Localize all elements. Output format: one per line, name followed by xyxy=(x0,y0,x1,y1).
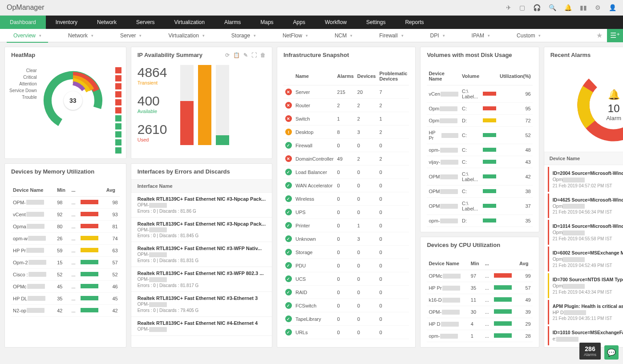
delete-icon[interactable]: 🗑 xyxy=(260,52,266,58)
memory-row[interactable]: OPMc45...46 xyxy=(11,280,120,292)
alarms-title: Recent Alarms xyxy=(550,52,591,58)
infra-row[interactable]: ✓RAID000 xyxy=(283,286,409,299)
nav-virtualization[interactable]: Virtualization xyxy=(164,16,214,29)
infra-row[interactable]: ✓Printer010 xyxy=(283,219,409,232)
nav-alarms[interactable]: Alarms xyxy=(214,16,251,29)
memory-row[interactable]: vCent92...93 xyxy=(11,208,120,220)
alarm-row[interactable]: ID=2004 Source=Microsoft-Windows-Resourc… xyxy=(548,167,623,192)
cpu-row[interactable]: k16-D11...49 xyxy=(427,294,532,306)
infra-title: Infrastructure Snapshot xyxy=(283,52,349,58)
volume-row[interactable]: OpmD:72 xyxy=(427,115,532,127)
volume-row[interactable]: OPMC:\ Label...42 xyxy=(427,168,532,186)
memory-row[interactable]: Opm-215...57 xyxy=(11,256,120,268)
user-icon[interactable]: 👤 xyxy=(609,4,616,11)
search-icon[interactable]: 🔍 xyxy=(549,4,556,11)
infra-row[interactable]: ✓Wireless000 xyxy=(283,192,409,206)
volume-row[interactable]: OpmC:95 xyxy=(427,103,532,115)
cpu-row[interactable]: opm-1...28 xyxy=(427,330,532,342)
battery-icon[interactable]: ▮▮ xyxy=(580,4,587,11)
infra-row[interactable]: ✕Switch121 xyxy=(283,112,409,125)
infra-row[interactable]: ✓Unknown030 xyxy=(283,232,409,246)
cpu-row[interactable]: OPM-30...39 xyxy=(427,306,532,318)
memory-row[interactable]: Cisco :52...52 xyxy=(11,268,120,280)
nav-apps[interactable]: Apps xyxy=(283,16,315,29)
infra-row[interactable]: ✓PDU000 xyxy=(283,259,409,272)
heatmap-legend: ClearCriticalAttentionService DownTroubl… xyxy=(9,67,37,101)
headset-icon[interactable]: 🎧 xyxy=(533,4,541,11)
alarm-row[interactable]: ID=6002 Source=MSExchange Mid-Tier Stora… xyxy=(548,247,623,271)
infra-row[interactable]: ✕Router222 xyxy=(283,99,409,112)
alarm-row[interactable]: ID=1014 Source=Microsoft-Windows-DNS-Cli… xyxy=(548,220,623,245)
nav-maps[interactable]: Maps xyxy=(251,16,283,29)
interface-row[interactable]: Realtek RTL8139C+ Fast Ethernet NIC #3-W… xyxy=(131,242,272,267)
infra-row[interactable]: ✕DomainController4922 xyxy=(283,152,409,166)
interface-row[interactable]: Realtek RTL8139C+ Fast Ethernet NIC #3-N… xyxy=(131,193,272,218)
volume-row[interactable]: OPMC:\ Label...37 xyxy=(427,198,532,215)
volume-row[interactable]: opm-C:48 xyxy=(427,144,532,156)
alarm-counter-badge[interactable]: 286 Alarms xyxy=(579,343,601,352)
clipboard-icon[interactable]: 📋 xyxy=(233,52,240,58)
memory-table: Device NameMin...Avg OPM-98...98vCent92.… xyxy=(11,184,120,317)
interface-row[interactable]: Realtek RTL8139C+ Fast Ethernet NIC #3-W… xyxy=(131,267,272,292)
nav-network[interactable]: Network xyxy=(87,16,126,29)
nav-workflow[interactable]: Workflow xyxy=(315,16,356,29)
memory-row[interactable]: Opma80...81 xyxy=(11,220,120,232)
infra-row[interactable]: ✓Firewall000 xyxy=(283,139,409,152)
volume-row[interactable]: vijay-C:43 xyxy=(427,156,532,168)
alarm-row[interactable]: ID=4625 Source=Microsoft-Windows-Securit… xyxy=(548,194,623,218)
infra-row[interactable]: ✓UPS000 xyxy=(283,206,409,219)
tab-storage[interactable]: Storage▾ xyxy=(218,29,269,42)
tab-ipam[interactable]: IPAM▾ xyxy=(458,29,503,42)
quick-launch-icon[interactable]: ✈ xyxy=(506,4,511,11)
memory-row[interactable]: N2-op42...42 xyxy=(11,304,120,316)
cpu-row[interactable]: HP D4...29 xyxy=(427,318,532,330)
tab-dpi[interactable]: DPI▾ xyxy=(417,29,458,42)
volume-row[interactable]: HP PrC:52 xyxy=(427,127,532,144)
tab-ncm[interactable]: NCM▾ xyxy=(321,29,366,42)
bell-icon[interactable]: 🔔 xyxy=(564,4,572,11)
infra-row[interactable]: ✕Server215207 xyxy=(283,85,409,99)
interface-row[interactable]: Realtek RTL8139C+ Fast Ethernet NIC #3-E… xyxy=(131,292,272,317)
favorite-icon[interactable]: ★ xyxy=(592,31,607,40)
monitor-icon[interactable]: ▢ xyxy=(519,4,525,11)
tab-firewall[interactable]: Firewall▾ xyxy=(366,29,417,42)
expand-icon[interactable]: ⛶ xyxy=(251,52,257,58)
volume-row[interactable]: opm-D:35 xyxy=(427,215,532,227)
tab-virtualization[interactable]: Virtualization▾ xyxy=(155,29,218,42)
alarm-row[interactable]: ID=700 Source=NTDS ISAM Type=3 Message=N… xyxy=(548,273,623,298)
nav-settings[interactable]: Settings xyxy=(356,16,395,29)
tab-netflow[interactable]: NetFlow▾ xyxy=(269,29,321,42)
infra-row[interactable]: !Desktop832 xyxy=(283,125,409,139)
nav-dashboard[interactable]: Dashboard xyxy=(0,16,46,29)
interface-row[interactable]: Realtek RTL8139C+ Fast Ethernet NIC #3-N… xyxy=(131,218,272,243)
volume-row[interactable]: vCenC:\ Label...96 xyxy=(427,85,532,103)
interface-row[interactable]: Realtek RTL8139C+ Fast Ethernet NIC #4-E… xyxy=(131,317,272,336)
infra-row[interactable]: ✓Load Balancer000 xyxy=(283,166,409,179)
tab-custom[interactable]: Custom▾ xyxy=(503,29,554,42)
memory-row[interactable]: HP DL35...45 xyxy=(11,292,120,304)
infra-row[interactable]: ✓URLs000 xyxy=(283,326,409,339)
nav-inventory[interactable]: Inventory xyxy=(46,16,87,29)
cpu-row[interactable]: OPMc97...99 xyxy=(427,270,532,282)
nav-reports[interactable]: Reports xyxy=(395,16,433,29)
gear-icon[interactable]: ⚙ xyxy=(595,4,601,11)
edit-icon[interactable]: ✎ xyxy=(243,52,248,58)
memory-row[interactable]: OPM-98...98 xyxy=(11,196,120,208)
memory-row[interactable]: HP Pr59...63 xyxy=(11,244,120,256)
infra-row[interactable]: ✓WAN Accelerator000 xyxy=(283,179,409,192)
chat-button[interactable]: 💬 xyxy=(604,345,619,352)
tab-overview[interactable]: Overview▾ xyxy=(0,29,55,42)
nav-servers[interactable]: Servers xyxy=(126,16,164,29)
tab-network[interactable]: Network▾ xyxy=(55,29,107,42)
infra-row[interactable]: ✓Storage000 xyxy=(283,246,409,259)
infra-row[interactable]: ✓TapeLibrary000 xyxy=(283,312,409,326)
infra-row[interactable]: ✓UCS000 xyxy=(283,272,409,286)
volume-row[interactable]: OPMC:38 xyxy=(427,186,532,198)
refresh-icon[interactable]: ⟳ xyxy=(225,52,230,58)
alarm-row[interactable]: APM Plugin: Health is critical as the re… xyxy=(548,300,623,325)
cpu-row[interactable]: HP Pr35...57 xyxy=(427,282,532,294)
infra-row[interactable]: ✓FCSwitch000 xyxy=(283,299,409,312)
tab-server[interactable]: Server▾ xyxy=(107,29,155,42)
memory-row[interactable]: opm-w26...74 xyxy=(11,232,120,244)
add-widget-button[interactable]: ☰⁺ xyxy=(607,29,623,42)
